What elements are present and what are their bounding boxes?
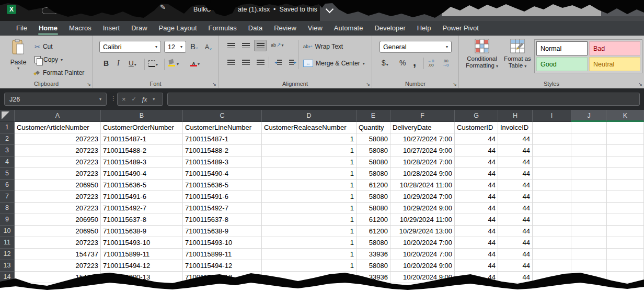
cell-J1[interactable] (571, 122, 607, 133)
cell-A2[interactable]: 207223 (15, 133, 101, 145)
cell-J13[interactable] (571, 260, 607, 272)
cell-I11[interactable] (533, 237, 571, 249)
cell-C12[interactable]: 7100115899-11 (183, 249, 262, 260)
cell-G8[interactable]: 44 (455, 203, 498, 214)
cell-E9[interactable]: 61200 (356, 214, 390, 226)
cell-I6[interactable] (533, 180, 571, 191)
cell-F7[interactable]: 10/29/2024 7:00 (390, 191, 455, 203)
decrease-decimal-button[interactable]: .00 →0 (442, 59, 448, 68)
cell-E2[interactable]: 58080 (356, 133, 390, 145)
cell-H9[interactable]: 44 (498, 214, 533, 226)
dialog-launcher-icon[interactable]: ↘ (212, 82, 216, 87)
ribbon-tab-automate[interactable]: Automate (328, 21, 369, 36)
cell-E7[interactable]: 58080 (356, 191, 390, 203)
cell-I7[interactable] (533, 191, 571, 203)
cell-D12[interactable]: 1 (262, 249, 356, 260)
cell-D2[interactable]: 1 (262, 133, 356, 145)
cell-H7[interactable]: 44 (498, 191, 533, 203)
cell-D14[interactable]: 1 (262, 272, 356, 283)
ribbon-tab-developer[interactable]: Developer (369, 21, 411, 36)
ribbon-tab-file[interactable]: File (10, 21, 33, 36)
cell-D13[interactable]: 1 (262, 260, 356, 272)
format-as-table-button[interactable]: Format asTable ▾ (501, 39, 534, 70)
cell-A8[interactable]: 207223 (15, 203, 101, 214)
cell-C10[interactable]: 7100115638-9 (183, 226, 262, 237)
cell-D3[interactable]: 1 (262, 145, 356, 156)
cell-K12[interactable] (607, 249, 644, 260)
cell-J14[interactable] (571, 272, 607, 283)
cell-I4[interactable] (533, 156, 571, 168)
cell-G10[interactable]: 44 (455, 226, 498, 237)
cell-G5[interactable]: 44 (455, 168, 498, 180)
column-header-C[interactable]: C (183, 110, 262, 122)
cell-J8[interactable] (571, 203, 607, 214)
row-header-3[interactable]: 3 (0, 145, 15, 156)
cell-F5[interactable]: 10/28/2024 9:00 (390, 168, 455, 180)
ribbon-tab-formulas[interactable]: Formulas (203, 21, 243, 36)
cell-H10[interactable]: 44 (498, 226, 533, 237)
cell-K1[interactable] (607, 122, 644, 133)
cell-J7[interactable] (571, 191, 607, 203)
cell-F9[interactable]: 10/29/2024 11:00 (390, 214, 455, 226)
cell-E4[interactable]: 58080 (356, 156, 390, 168)
cell-G14[interactable]: 44 (455, 272, 498, 283)
cell-I8[interactable] (533, 203, 571, 214)
ribbon-tab-insert[interactable]: Insert (97, 21, 126, 36)
cell-K14[interactable] (607, 272, 644, 283)
cell-C13[interactable]: 7100115494-12 (183, 260, 262, 272)
cell-B4[interactable]: 7100115489-3 (101, 156, 183, 168)
cell-F11[interactable]: 10/20/2024 7:00 (390, 237, 455, 249)
cell-K6[interactable] (607, 180, 644, 191)
cell-C4[interactable]: 7100115489-3 (183, 156, 262, 168)
paste-button[interactable]: Paste ▾ (4, 39, 32, 80)
cell-H2[interactable]: 44 (498, 133, 533, 145)
italic-button[interactable]: I (117, 59, 120, 68)
cell-H12[interactable]: 44 (498, 249, 533, 260)
cell-H1[interactable]: InvoiceID (498, 122, 533, 133)
column-header-I[interactable]: I (533, 110, 571, 122)
cell-D10[interactable]: 1 (262, 226, 356, 237)
ribbon-tab-page-layout[interactable]: Page Layout (153, 21, 203, 36)
style-chip-normal[interactable]: Normal (536, 41, 588, 55)
cell-B12[interactable]: 7100115899-11 (101, 249, 183, 260)
cell-E14[interactable]: 33936 (356, 272, 390, 283)
cell-B5[interactable]: 7100115490-4 (101, 168, 183, 180)
cell-A11[interactable]: 207223 (15, 237, 101, 249)
column-header-J[interactable]: J (571, 110, 607, 122)
cell-J5[interactable] (571, 168, 607, 180)
cell-C5[interactable]: 7100115490-4 (183, 168, 262, 180)
cell-I14[interactable] (533, 272, 571, 283)
name-box[interactable]: J26 ▾ (4, 93, 107, 106)
cell-E6[interactable]: 61200 (356, 180, 390, 191)
cell-I13[interactable] (533, 260, 571, 272)
cell-H8[interactable]: 44 (498, 203, 533, 214)
cell-H5[interactable]: 44 (498, 168, 533, 180)
cell-K9[interactable] (607, 214, 644, 226)
search-box[interactable] (442, 3, 601, 16)
column-header-B[interactable]: B (101, 110, 183, 122)
cell-D5[interactable]: 1 (262, 168, 356, 180)
cell-H3[interactable]: 44 (498, 145, 533, 156)
row-header-1[interactable]: 1 (0, 122, 15, 133)
cell-B8[interactable]: 7100115492-7 (101, 203, 183, 214)
cell-E8[interactable]: 58080 (356, 203, 390, 214)
style-chip-good[interactable]: Good (536, 57, 588, 71)
row-header-4[interactable]: 4 (0, 156, 15, 168)
cell-J6[interactable] (571, 180, 607, 191)
formula-input[interactable] (167, 93, 640, 106)
cell-C14[interactable]: 7100115900-13 (183, 272, 262, 283)
cell-D9[interactable]: 1 (262, 214, 356, 226)
row-header-5[interactable]: 5 (0, 168, 15, 180)
cell-A3[interactable]: 207223 (15, 145, 101, 156)
cell-K2[interactable] (607, 133, 644, 145)
align-right-button[interactable] (254, 57, 267, 68)
cell-D8[interactable]: 1 (262, 203, 356, 214)
cell-H6[interactable]: 44 (498, 180, 533, 191)
style-chip-neutral[interactable]: Neutral (589, 57, 640, 71)
align-center-button[interactable] (239, 57, 252, 68)
ribbon-tab-draw[interactable]: Draw (125, 21, 153, 36)
cell-G12[interactable]: 44 (455, 249, 498, 260)
bottom-align-button[interactable] (254, 40, 267, 51)
cell-D11[interactable]: 1 (262, 237, 356, 249)
cell-B13[interactable]: 7100115494-12 (101, 260, 183, 272)
